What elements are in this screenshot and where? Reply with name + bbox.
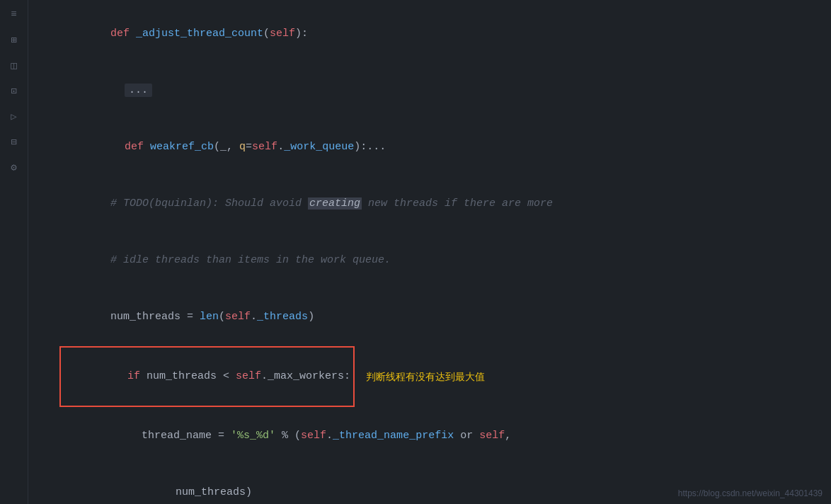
- sidebar: ≡ ⊞ ◫ ⊡ ▷ ⊟ ⚙: [0, 0, 28, 504]
- code-line-8: thread_name = '%s_%d' % (self._thread_na…: [28, 408, 831, 464]
- code-line-4: # TODO(bquinlan): Should avoid creating …: [28, 176, 831, 232]
- sidebar-icon-3[interactable]: ◫: [6, 57, 23, 74]
- code-line-1: def _adjust_thread_count(self):: [28, 6, 831, 62]
- watermark: https://blog.csdn.net/weixin_44301439: [678, 488, 823, 498]
- line-content-8: thread_name = '%s_%d' % (self._thread_na…: [57, 408, 831, 464]
- code-line-7: if num_threads < self._max_workers: 判断线程…: [28, 345, 831, 408]
- code-line-2: ...: [28, 62, 831, 119]
- annotation-if: 判断线程有没有达到最大值: [366, 367, 485, 386]
- code-area: def _adjust_thread_count(self): ... def …: [28, 0, 831, 504]
- line-content-6: num_threads = len(self._threads): [57, 290, 831, 345]
- editor-container: ≡ ⊞ ◫ ⊡ ▷ ⊟ ⚙ def _adjust_thread_count(s…: [0, 0, 831, 504]
- sidebar-icon-2[interactable]: ⊞: [6, 31, 23, 48]
- code-line-5: # idle threads than items in the work qu…: [28, 232, 831, 289]
- line-content-7: if num_threads < self._max_workers: 判断线程…: [57, 346, 831, 407]
- sidebar-icon-5[interactable]: ▷: [6, 108, 23, 125]
- sidebar-icon-6[interactable]: ⊟: [6, 133, 23, 150]
- line-content-4: # TODO(bquinlan): Should avoid creating …: [57, 176, 831, 231]
- code-line-3: def weakref_cb(_, q=self._work_queue):..…: [28, 119, 831, 176]
- line-content-3: def weakref_cb(_, q=self._work_queue):..…: [57, 120, 831, 175]
- line-content-1: def _adjust_thread_count(self):: [57, 6, 831, 62]
- code-line-6: num_threads = len(self._threads): [28, 289, 831, 345]
- sidebar-icon-4[interactable]: ⊡: [6, 82, 23, 99]
- sidebar-icon-1[interactable]: ≡: [6, 6, 23, 23]
- line-content-5: # idle threads than items in the work qu…: [57, 233, 831, 288]
- line-content-2: ...: [57, 63, 831, 118]
- sidebar-icon-7[interactable]: ⚙: [6, 159, 23, 176]
